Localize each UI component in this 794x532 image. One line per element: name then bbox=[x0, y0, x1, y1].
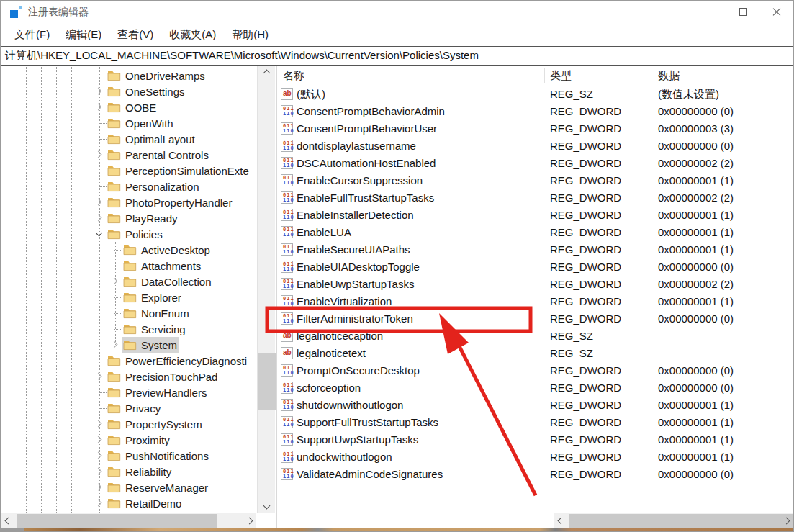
value-row[interactable]: PromptOnSecureDesktop REG_DWORD 0x000000… bbox=[277, 362, 793, 379]
value-row[interactable]: EnableFullTrustStartupTasks REG_DWORD 0x… bbox=[277, 189, 793, 207]
expander-chevron-icon[interactable] bbox=[109, 289, 122, 305]
tree-item[interactable]: OOBE bbox=[1, 99, 256, 115]
menu-item[interactable]: 编辑(E) bbox=[58, 25, 109, 45]
value-row[interactable]: scforceoption REG_DWORD 0x00000000 (0) bbox=[277, 379, 793, 397]
tree-item[interactable]: ActiveDesktop bbox=[1, 242, 256, 258]
expander-chevron-icon[interactable] bbox=[109, 305, 122, 321]
tree-item[interactable]: Attachments bbox=[1, 258, 256, 274]
expander-chevron-icon[interactable] bbox=[109, 258, 122, 274]
value-row[interactable]: FilterAdministratorToken REG_DWORD 0x000… bbox=[277, 310, 793, 328]
scroll-left-button[interactable] bbox=[554, 513, 566, 528]
expander-chevron-icon[interactable] bbox=[93, 495, 106, 511]
expander-chevron-icon[interactable] bbox=[93, 179, 106, 194]
expander-chevron-icon[interactable] bbox=[109, 321, 122, 337]
value-row[interactable]: DSCAutomationHostEnabled REG_DWORD 0x000… bbox=[277, 155, 793, 172]
expander-chevron-icon[interactable] bbox=[93, 384, 106, 400]
expander-chevron-icon[interactable] bbox=[93, 353, 106, 369]
expander-chevron-icon[interactable] bbox=[109, 274, 122, 289]
tree-item[interactable]: Reliability bbox=[1, 464, 256, 479]
expander-chevron-icon[interactable] bbox=[93, 479, 106, 495]
expander-chevron-icon[interactable] bbox=[93, 84, 106, 99]
column-separator[interactable] bbox=[651, 68, 651, 83]
menu-item[interactable]: 文件(F) bbox=[6, 25, 58, 45]
value-row[interactable]: legalnoticetext REG_SZ bbox=[277, 345, 793, 362]
tree-item[interactable]: PrecisionTouchPad bbox=[1, 369, 256, 384]
scroll-left-button[interactable] bbox=[1, 513, 13, 528]
scroll-up-button[interactable] bbox=[258, 66, 276, 78]
tree-item[interactable]: PhotoPropertyHandler bbox=[1, 194, 256, 210]
tree-vertical-scrollbar[interactable] bbox=[257, 66, 275, 513]
tree-vscroll-thumb[interactable] bbox=[258, 353, 276, 410]
tree-hscroll-thumb[interactable] bbox=[17, 514, 217, 528]
column-header-type[interactable]: 类型 bbox=[550, 69, 572, 83]
address-input[interactable]: 计算机\HKEY_LOCAL_MACHINE\SOFTWARE\Microsof… bbox=[1, 46, 793, 66]
value-row[interactable]: SupportFullTrustStartupTasks REG_DWORD 0… bbox=[277, 414, 793, 431]
expander-chevron-icon[interactable] bbox=[93, 131, 106, 147]
column-header-name[interactable]: 名称 bbox=[283, 69, 304, 83]
expander-chevron-icon[interactable] bbox=[93, 147, 106, 163]
scroll-right-button[interactable] bbox=[244, 513, 256, 528]
tree-item[interactable]: Explorer bbox=[1, 289, 256, 305]
expander-chevron-icon[interactable] bbox=[93, 448, 106, 464]
value-row[interactable]: EnableInstallerDetection REG_DWORD 0x000… bbox=[277, 207, 793, 224]
tree-item[interactable]: OptimalLayout bbox=[1, 131, 256, 147]
tree-item[interactable]: RetailDemo bbox=[1, 495, 256, 511]
value-row[interactable]: EnableUwpStartupTasks REG_DWORD 0x000000… bbox=[277, 276, 793, 293]
values-hscroll-thumb[interactable] bbox=[569, 514, 793, 528]
expander-chevron-icon[interactable] bbox=[93, 210, 106, 226]
expander-chevron-icon[interactable] bbox=[93, 194, 106, 210]
value-row[interactable]: EnableSecureUIAPaths REG_DWORD 0x0000000… bbox=[277, 241, 793, 258]
expander-chevron-icon[interactable] bbox=[93, 400, 106, 416]
tree-item[interactable]: OpenWith bbox=[1, 115, 256, 131]
tree-item[interactable]: OneSettings bbox=[1, 84, 256, 99]
tree-item[interactable]: PlayReady bbox=[1, 210, 256, 226]
close-button[interactable] bbox=[760, 1, 793, 24]
value-row[interactable]: SupportUwpStartupTasks REG_DWORD 0x00000… bbox=[277, 431, 793, 448]
column-separator[interactable] bbox=[544, 68, 545, 83]
tree-item[interactable]: PushNotifications bbox=[1, 448, 256, 464]
tree-item[interactable]: Privacy bbox=[1, 400, 256, 416]
tree-item[interactable]: OneDriveRamps bbox=[1, 68, 256, 84]
value-row[interactable]: dontdisplaylastusername REG_DWORD 0x0000… bbox=[277, 137, 793, 155]
tree-item[interactable]: Personalization bbox=[1, 179, 256, 194]
tree-item[interactable]: Proximity bbox=[1, 432, 256, 448]
expander-chevron-icon[interactable] bbox=[93, 68, 106, 84]
expander-chevron-icon[interactable] bbox=[109, 337, 122, 353]
menu-item[interactable]: 帮助(H) bbox=[224, 25, 276, 45]
expander-chevron-icon[interactable] bbox=[93, 416, 106, 432]
expander-chevron-icon[interactable] bbox=[93, 115, 106, 131]
scroll-right-button[interactable] bbox=[781, 513, 793, 528]
value-row[interactable]: ValidateAdminCodeSignatures REG_DWORD 0x… bbox=[277, 466, 793, 483]
value-row[interactable]: undockwithoutlogon REG_DWORD 0x00000001 … bbox=[277, 448, 793, 466]
value-row[interactable]: ConsentPromptBehaviorUser REG_DWORD 0x00… bbox=[277, 120, 793, 137]
expander-chevron-icon[interactable] bbox=[93, 226, 106, 242]
value-row[interactable]: legalnoticecaption REG_SZ bbox=[277, 328, 793, 345]
tree-item[interactable]: ReserveManager bbox=[1, 479, 256, 495]
tree-item[interactable]: System bbox=[1, 337, 256, 353]
minimize-button[interactable] bbox=[694, 1, 727, 24]
value-row[interactable]: EnableUIADesktopToggle REG_DWORD 0x00000… bbox=[277, 258, 793, 276]
tree-item[interactable]: Parental Controls bbox=[1, 147, 256, 163]
expander-chevron-icon[interactable] bbox=[93, 369, 106, 384]
expander-chevron-icon[interactable] bbox=[93, 464, 106, 479]
tree-item[interactable]: PowerEfficiencyDiagnosti bbox=[1, 353, 256, 369]
menu-item[interactable]: 收藏夹(A) bbox=[161, 25, 224, 45]
tree-item[interactable]: NonEnum bbox=[1, 305, 256, 321]
expander-chevron-icon[interactable] bbox=[109, 242, 122, 258]
value-row[interactable]: (默认) REG_SZ (数值未设置) bbox=[277, 86, 793, 103]
value-row[interactable]: ConsentPromptBehaviorAdmin REG_DWORD 0x0… bbox=[277, 103, 793, 120]
tree-item[interactable]: Policies bbox=[1, 226, 256, 242]
tree-item[interactable]: Servicing bbox=[1, 321, 256, 337]
value-row[interactable]: EnableLUA REG_DWORD 0x00000001 (1) bbox=[277, 224, 793, 241]
values-horizontal-scrollbar[interactable] bbox=[554, 513, 793, 528]
value-row[interactable]: EnableVirtualization REG_DWORD 0x0000000… bbox=[277, 293, 793, 310]
column-header-data[interactable]: 数据 bbox=[658, 69, 680, 83]
value-row[interactable]: shutdownwithoutlogon REG_DWORD 0x0000000… bbox=[277, 397, 793, 414]
tree-item[interactable]: PreviewHandlers bbox=[1, 384, 256, 400]
expander-chevron-icon[interactable] bbox=[93, 163, 106, 179]
expander-chevron-icon[interactable] bbox=[93, 99, 106, 115]
expander-chevron-icon[interactable] bbox=[93, 432, 106, 448]
maximize-button[interactable] bbox=[727, 1, 760, 24]
tree-horizontal-scrollbar[interactable] bbox=[1, 513, 256, 528]
tree-item[interactable]: PropertySystem bbox=[1, 416, 256, 432]
